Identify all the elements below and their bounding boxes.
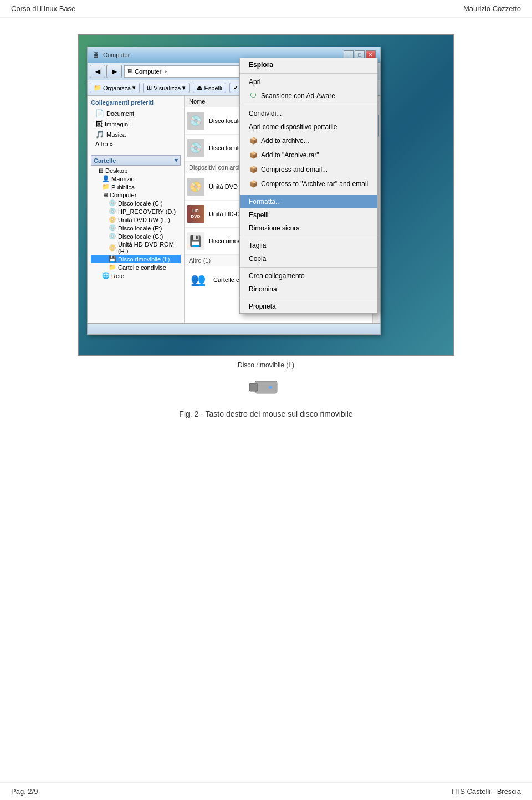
figure-caption: Fig. 2 - Tasto destro del mouse sul disc… [33,409,499,418]
organizza-dropdown-icon: ▾ [132,84,136,91]
visualizza-icon: ⊞ [147,84,152,91]
add-archive-label: Add to archive... [261,137,309,145]
folder-icon: 📁 [102,183,110,191]
context-menu: Esplora Apri 🛡 Scansione con Ad-Aware Co… [239,58,378,314]
sidebar-item-documenti[interactable]: 📄 Documenti [91,108,181,119]
menu-scansione[interactable]: 🛡 Scansione con Ad-Aware [240,89,377,103]
status-bar [88,323,380,334]
tree-item-maurizio[interactable]: 👤 Maurizio [91,175,181,183]
compress-archive-email-label: Compress to "Archive.rar" and email [261,180,368,188]
sidebar-item-altro[interactable]: Altro » [91,140,181,148]
svg-rect-1 [249,383,258,391]
tree-item-desktop[interactable]: 🖥 Desktop [91,167,181,175]
tree-item-dvde[interactable]: 📀 Unità DVD RW (E:) [91,216,181,224]
compress-email-label: Compress and email... [261,166,328,173]
shared-folder-icon: 👥 [187,271,209,289]
scansione-label: Scansione con Ad-Aware [261,92,335,100]
dvdrw-icon: 📀 [187,178,204,196]
tree-item-rete[interactable]: 🌐 Rete [91,271,181,280]
espelli-label: Espelli [249,211,268,219]
visualizza-dropdown-icon: ▾ [182,84,186,91]
nav-buttons: ◀ ▶ [90,65,122,78]
usb-drive-illustration [244,371,288,399]
menu-compress-archive-email[interactable]: 📦 Compress to "Archive.rar" and email [240,177,377,191]
forward-button[interactable]: ▶ [106,65,122,78]
separator-5 [240,267,377,268]
dvd-e-icon: 📀 [109,216,116,223]
sidebar-item-immagini[interactable]: 🖼 Immagini [91,119,181,129]
cartelle-header[interactable]: Cartelle ▾ [91,155,181,166]
section-altro-label: Altro (1) [189,257,211,264]
taglia-label: Taglia [249,242,266,249]
crea-collegamento-label: Crea collegamento [249,272,305,280]
hddvd-h-icon: 📀 [109,244,116,252]
menu-rinomina[interactable]: Rinomina [240,283,377,296]
page-footer: Pag. 2/9 ITIS Castelli - Brescia [0,782,532,800]
tree-item-diskg[interactable]: 💿 Disco locale (G:) [91,232,181,240]
page-number: Pag. 2/9 [11,787,38,796]
removable-i-icon: 💾 [109,255,116,263]
user-icon: 👤 [102,175,110,182]
scansione-icon: 🛡 [249,91,258,100]
compress-archive-email-icon: 📦 [249,180,258,188]
menu-crea-collegamento[interactable]: Crea collegamento [240,269,377,283]
esplora-label: Esplora [249,61,273,69]
menu-proprieta[interactable]: Proprietà [240,300,377,313]
menu-esplora[interactable]: Esplora [240,58,377,71]
back-button[interactable]: ◀ [90,65,105,78]
visualizza-button[interactable]: ⊞ Visualizza ▾ [143,83,190,93]
drive-g-icon: 💿 [109,233,116,240]
drive-c-icon: 💿 [109,199,116,207]
svg-rect-0 [255,381,277,393]
menu-condividi[interactable]: Condividi... [240,107,377,120]
computer-icon: 🖥 [102,192,108,198]
tree-item-hddvdh[interactable]: 📀 Unità HD-DVD-ROM (H:) [91,240,181,255]
menu-copia[interactable]: Copia [240,252,377,265]
condividi-label: Condividi... [249,110,282,117]
usb-container: Disco rimovibile (I:) [33,361,499,401]
musica-icon: 🎵 [95,130,104,139]
links-section: Collegamenti preferiti 📄 Documenti 🖼 Imm… [91,99,181,148]
menu-taglia[interactable]: Taglia [240,239,377,252]
tree-item-pubblica[interactable]: 📁 Pubblica [91,183,181,191]
cartelle-collapse-icon: ▾ [175,157,178,164]
apri-label: Apri [249,78,260,86]
proprieta-label: Proprietà [249,302,276,310]
documenti-icon: 📄 [95,109,104,117]
menu-rimozione[interactable]: Rimozione sicura [240,222,377,235]
separator-3 [240,193,377,193]
explorer-sidebar: Collegamenti preferiti 📄 Documenti 🖼 Imm… [88,96,185,333]
tree-item-diskc[interactable]: 💿 Disco locale (C:) [91,199,181,207]
sidebar-item-musica[interactable]: 🎵 Musica [91,129,181,140]
formatta-label: Formatta... [249,198,281,206]
tree-item-removable-i[interactable]: 💾 Disco rimovibile (I:) [91,255,181,263]
shared-icon: 📁 [109,264,116,271]
main-content: 🖥 Computer ─ □ ✕ ◀ ▶ 🖥 Computer ▸ [0,18,532,435]
add-archive-icon: 📦 [249,136,258,145]
organizza-button[interactable]: 📁 Organizza ▾ [90,83,140,93]
menu-espelli[interactable]: Espelli [240,208,377,222]
rete-icon: 🌐 [102,272,110,279]
menu-formatta[interactable]: Formatta... [240,195,377,208]
usb-label: Disco rimovibile (I:) [33,361,499,369]
drive-f-icon: 💿 [109,224,116,232]
screenshot-container: 🖥 Computer ─ □ ✕ ◀ ▶ 🖥 Computer ▸ [78,34,454,356]
menu-add-archive-rar[interactable]: 📦 Add to "Archive.rar" [240,148,377,162]
separator-2 [240,105,377,105]
menu-apri-portatile[interactable]: Apri come dispositivo portatile [240,120,377,134]
copia-label: Copia [249,255,266,263]
sidebar-separator [91,151,181,155]
svg-point-2 [269,386,272,389]
menu-apri[interactable]: Apri [240,75,377,89]
espelli-button[interactable]: ⏏ Espelli [193,83,226,93]
tree-item-diskd[interactable]: 💿 HP_RECOVERY (D:) [91,207,181,216]
removable-icon: 💾 [187,232,204,250]
organizza-icon: 📁 [94,84,101,91]
author-name: Maurizio Cozzetto [463,4,521,13]
tree-item-shared[interactable]: 📁 Cartelle condivise [91,263,181,271]
tree-item-computer[interactable]: 🖥 Computer [91,191,181,199]
tree-item-diskf[interactable]: 💿 Disco locale (F:) [91,224,181,232]
menu-add-archive[interactable]: 📦 Add to archive... [240,134,377,148]
page-header: Corso di Linux Base Maurizio Cozzetto [0,0,532,18]
menu-compress-email[interactable]: 📦 Compress and email... [240,162,377,177]
